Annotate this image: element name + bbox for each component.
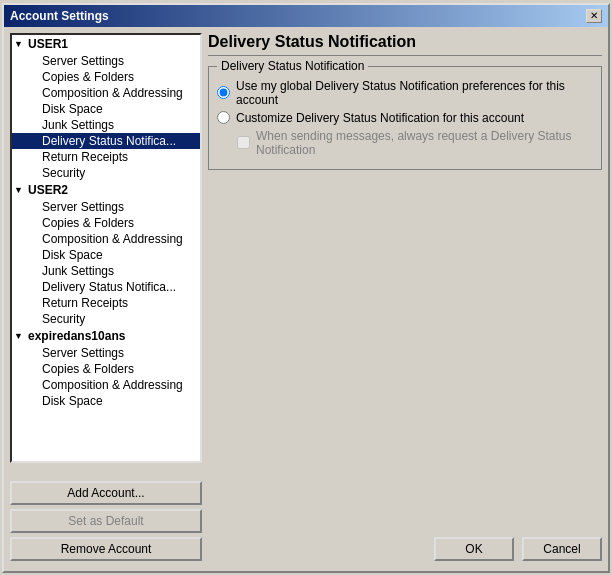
sidebar-item-user2-junk[interactable]: Junk Settings	[12, 263, 200, 279]
sidebar-group-user2[interactable]: ▼USER2	[12, 181, 200, 199]
sidebar-item-user1-junk[interactable]: Junk Settings	[12, 117, 200, 133]
delivery-status-group: Delivery Status Notification Use my glob…	[208, 66, 602, 170]
ok-button[interactable]: OK	[434, 537, 514, 561]
set-default-button[interactable]: Set as Default	[10, 509, 202, 533]
expand-icon: ▼	[14, 185, 28, 195]
sidebar-item-user2-delivery[interactable]: Delivery Status Notifica...	[12, 279, 200, 295]
group-box-label: Delivery Status Notification	[217, 59, 368, 73]
window-title: Account Settings	[10, 9, 109, 23]
sidebar-item-user2-security[interactable]: Security	[12, 311, 200, 327]
sidebar-item-user1-delivery[interactable]: Delivery Status Notifica...	[12, 133, 200, 149]
sidebar-group-expiredans10ans[interactable]: ▼expiredans10ans	[12, 327, 200, 345]
radio-customize-label[interactable]: Customize Delivery Status Notification f…	[236, 111, 524, 125]
tree-view: ▼USER1Server SettingsCopies & FoldersCom…	[12, 35, 200, 461]
bottom-left-buttons: Add Account... Set as Default Remove Acc…	[10, 481, 202, 561]
sidebar-item-user1-return[interactable]: Return Receipts	[12, 149, 200, 165]
account-settings-window: Account Settings ✕ ▼USER1Server Settings…	[2, 3, 610, 573]
radio-row-1: Use my global Delivery Status Notificati…	[217, 79, 593, 107]
sidebar-item-user1-security[interactable]: Security	[12, 165, 200, 181]
group-label: USER2	[28, 183, 68, 197]
expand-icon: ▼	[14, 39, 28, 49]
close-button[interactable]: ✕	[586, 9, 602, 23]
sidebar-item-user1-server[interactable]: Server Settings	[12, 53, 200, 69]
sidebar-item-user1-copies[interactable]: Copies & Folders	[12, 69, 200, 85]
sidebar-item-exp-copies[interactable]: Copies & Folders	[12, 361, 200, 377]
checkbox-row: When sending messages, always request a …	[237, 129, 593, 157]
sidebar-item-exp-disk[interactable]: Disk Space	[12, 393, 200, 409]
title-bar: Account Settings ✕	[4, 5, 608, 27]
sidebar-item-user1-composition[interactable]: Composition & Addressing	[12, 85, 200, 101]
sidebar-group-user1[interactable]: ▼USER1	[12, 35, 200, 53]
group-label: expiredans10ans	[28, 329, 125, 343]
sidebar-item-user2-composition[interactable]: Composition & Addressing	[12, 231, 200, 247]
sidebar-item-exp-composition[interactable]: Composition & Addressing	[12, 377, 200, 393]
sidebar-item-exp-server[interactable]: Server Settings	[12, 345, 200, 361]
main-row: ▼USER1Server SettingsCopies & FoldersCom…	[10, 33, 602, 473]
radio-global[interactable]	[217, 86, 230, 99]
always-request-checkbox[interactable]	[237, 136, 250, 149]
content-area: ▼USER1Server SettingsCopies & FoldersCom…	[4, 27, 608, 571]
sidebar-item-user2-server[interactable]: Server Settings	[12, 199, 200, 215]
radio-customize[interactable]	[217, 111, 230, 124]
remove-account-button[interactable]: Remove Account	[10, 537, 202, 561]
sidebar-item-user2-copies[interactable]: Copies & Folders	[12, 215, 200, 231]
sidebar: ▼USER1Server SettingsCopies & FoldersCom…	[10, 33, 202, 463]
sidebar-item-user2-disk[interactable]: Disk Space	[12, 247, 200, 263]
expand-icon: ▼	[14, 331, 28, 341]
sidebar-item-user2-return[interactable]: Return Receipts	[12, 295, 200, 311]
cancel-button[interactable]: Cancel	[522, 537, 602, 561]
panel-title: Delivery Status Notification	[208, 33, 602, 56]
bottom-right-buttons: OK Cancel	[434, 481, 602, 561]
right-panel: Delivery Status Notification Delivery St…	[208, 33, 602, 473]
sidebar-item-user1-disk[interactable]: Disk Space	[12, 101, 200, 117]
add-account-button[interactable]: Add Account...	[10, 481, 202, 505]
group-label: USER1	[28, 37, 68, 51]
radio-row-2: Customize Delivery Status Notification f…	[217, 111, 593, 125]
always-request-label: When sending messages, always request a …	[256, 129, 593, 157]
bottom-buttons-area: Add Account... Set as Default Remove Acc…	[10, 477, 602, 565]
radio-global-label[interactable]: Use my global Delivery Status Notificati…	[236, 79, 593, 107]
